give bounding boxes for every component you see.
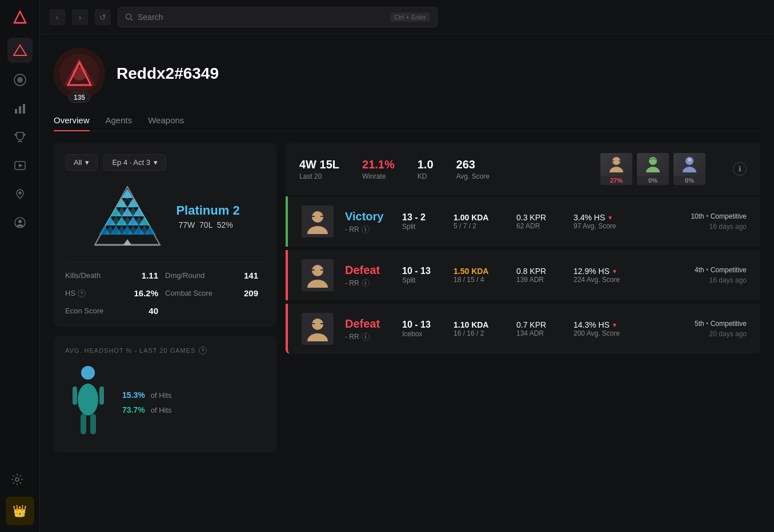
summary-winrate: 21.1% Winrate: [362, 158, 395, 180]
rank-emblem: [90, 182, 165, 251]
svg-point-17: [126, 14, 131, 19]
agent-thumb-2[interactable]: 0%: [673, 153, 705, 185]
match-rr-2: - RR ℹ: [345, 333, 391, 341]
summary-record: 4W 15L Last 20: [299, 158, 339, 180]
agent-img-0: [600, 153, 632, 176]
match-kpr-val-1: 0.8 KPR: [516, 267, 562, 276]
sidebar-item-stats[interactable]: [9, 97, 31, 120]
settings-button[interactable]: [6, 468, 29, 491]
search-bar[interactable]: Ctrl + Enter: [118, 7, 438, 27]
match-kda-1: 1.50 KDA 18 / 15 / 4: [454, 267, 505, 284]
stat-hs-val: 16.2%: [134, 288, 158, 298]
agent-img-2: [673, 153, 705, 176]
match-avg-score-1: 224 Avg. Score: [574, 276, 631, 284]
search-input[interactable]: [138, 13, 386, 22]
stat-kd-label: Kills/Death: [65, 271, 101, 280]
body-svg: [67, 362, 110, 442]
rank-info: Platinum 2 77W 70L 52%: [176, 203, 239, 229]
match-kpr-val-2: 0.7 KPR: [516, 320, 562, 329]
match-agent-2: [302, 313, 334, 345]
svg-point-51: [78, 384, 98, 416]
match-kda-val-2: 1.10 KDA: [454, 320, 505, 329]
profile-tabs: Overview Agents Weapons: [54, 115, 760, 131]
match-rr-1: - RR ℹ: [345, 279, 391, 287]
match-card-0[interactable]: Victory - RR ℹ 13 - 2 Split 1.00 KDA 5 /…: [286, 196, 760, 247]
agent-pct-0: 27%: [610, 176, 623, 185]
match-kda-detail-2: 16 / 16 / 2: [454, 329, 505, 337]
match-time-2: 20 days ago: [695, 330, 747, 338]
svg-rect-52: [73, 386, 77, 405]
match-card-2[interactable]: Defeat - RR ℹ 10 - 13 Icebox 1.10 KDA 16…: [286, 304, 760, 354]
filter-all-button[interactable]: All ▾: [65, 154, 98, 171]
match-agent-1: [302, 259, 334, 291]
summary-info-icon[interactable]: ℹ: [733, 162, 747, 176]
left-panel: All ▾ Ep 4 · Act 3 ▾: [54, 143, 276, 532]
svg-point-5: [17, 77, 23, 83]
hs-chart-title: AVG. HEADSHOT % - LAST 20 GAMES ?: [65, 346, 265, 354]
app-logo[interactable]: [10, 7, 30, 27]
match-rank-2: 5th • Competitive: [695, 320, 747, 328]
match-adr-1: 139 ADR: [516, 276, 562, 284]
sidebar-item-valorant[interactable]: [7, 38, 33, 63]
summary-kd-val: 1.0: [418, 158, 434, 171]
match-result-text-2: Defeat: [345, 317, 391, 331]
sidebar-item-map[interactable]: [9, 183, 31, 205]
match-kpr-2: 0.7 KPR 134 ADR: [516, 320, 562, 337]
summary-bar: 4W 15L Last 20 21.1% Winrate 1.0 KD 263 …: [286, 143, 760, 195]
stat-econ-label: Econ Score: [65, 307, 103, 315]
agent-thumbnails: 27% 0%: [600, 153, 705, 185]
match-time-0: 16 days ago: [691, 223, 747, 231]
match-hs-val-1: 12.9% HS ▼: [574, 267, 631, 276]
sidebar-item-agents[interactable]: [9, 211, 31, 234]
match-score-1: 10 - 13 Split: [402, 266, 442, 284]
match-map-0: Split: [402, 223, 442, 231]
stat-dmg-val: 141: [244, 271, 258, 280]
match-adr-0: 62 ADR: [516, 222, 562, 230]
match-hs-1: 12.9% HS ▼ 224 Avg. Score: [574, 267, 631, 284]
right-panel: 4W 15L Last 20 21.1% Winrate 1.0 KD 263 …: [286, 143, 760, 532]
stat-dmg-label: Dmg/Round: [165, 271, 204, 280]
summary-winrate-val: 21.1%: [362, 158, 395, 171]
match-result-0: Victory - RR ℹ: [345, 210, 391, 233]
agent-thumb-1[interactable]: 0%: [637, 153, 669, 185]
match-hs-val-0: 3.4% HS ▼: [574, 213, 631, 222]
match-score-val-2: 10 - 13: [402, 320, 442, 330]
svg-marker-0: [14, 11, 26, 23]
forward-button[interactable]: ›: [72, 9, 88, 25]
match-meta-0: 10th • Competitive 16 days ago: [691, 212, 747, 231]
svg-rect-54: [81, 414, 86, 434]
rank-record: 77W 70L 52%: [176, 220, 239, 229]
match-result-text-1: Defeat: [345, 264, 391, 277]
hs-info-icon[interactable]: ?: [78, 289, 86, 297]
back-button[interactable]: ‹: [49, 9, 65, 25]
match-result-text-0: Victory: [345, 210, 391, 223]
stats-grid: Kills/Death 1.11 Dmg/Round 141 HS ?: [65, 262, 265, 316]
body-figure: [65, 362, 111, 442]
summary-avg-score-val: 263: [456, 158, 490, 171]
match-meta-1: 4th • Competitive 16 days ago: [695, 266, 747, 284]
sidebar-item-clips[interactable]: [9, 154, 31, 177]
agent-pct-2: 0%: [685, 176, 694, 185]
filter-episode-button[interactable]: Ep 4 · Act 3 ▾: [103, 154, 166, 171]
match-score-val-1: 10 - 13: [402, 266, 442, 276]
match-kda-0: 1.00 KDA 5 / 7 / 2: [454, 213, 505, 230]
sidebar-item-trophy[interactable]: [9, 126, 31, 148]
svg-marker-2: [14, 45, 26, 55]
tab-agents[interactable]: Agents: [106, 115, 133, 131]
match-card-1[interactable]: Defeat - RR ℹ 10 - 13 Split 1.50 KDA 18 …: [286, 250, 760, 300]
agent-thumb-0[interactable]: 27%: [600, 153, 632, 185]
tab-overview[interactable]: Overview: [54, 115, 90, 131]
sidebar-item-game2[interactable]: [9, 68, 31, 91]
stat-cs-label: Combat Score: [165, 289, 212, 297]
refresh-button[interactable]: ↺: [95, 9, 111, 25]
agent-img-1: [637, 153, 669, 176]
hs-chart-info-icon[interactable]: ?: [199, 346, 207, 354]
svg-point-16: [15, 478, 19, 481]
premium-button[interactable]: 👑: [6, 497, 34, 525]
hs-trend-icon-0: ▼: [607, 215, 613, 221]
stat-kd-val: 1.11: [142, 271, 158, 280]
svg-marker-24: [116, 198, 127, 207]
match-score-val-0: 13 - 2: [402, 212, 442, 223]
profile-header: 135 Reddx2#6349: [54, 48, 760, 99]
tab-weapons[interactable]: Weapons: [148, 115, 184, 131]
